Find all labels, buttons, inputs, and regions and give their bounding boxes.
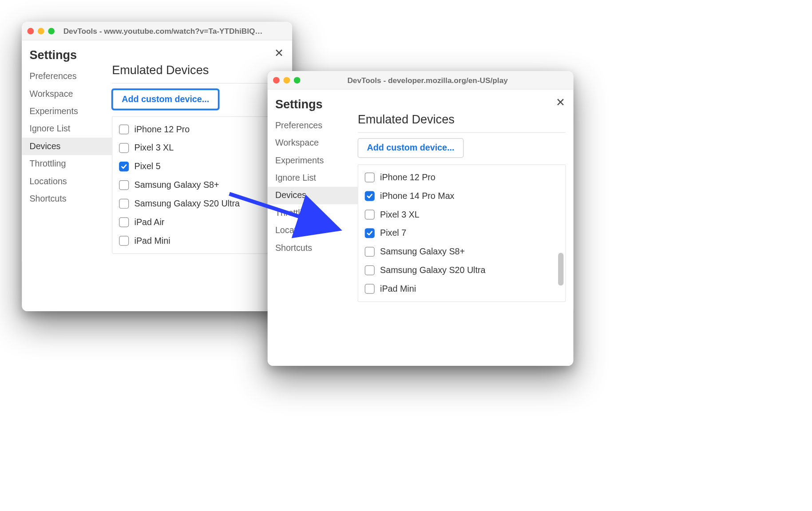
device-row[interactable]: iPhone 12 Pro bbox=[358, 168, 565, 187]
checkbox[interactable] bbox=[365, 173, 375, 182]
add-custom-device-button[interactable]: Add custom device... bbox=[112, 89, 219, 110]
device-label: iPhone 12 Pro bbox=[380, 173, 436, 182]
sidebar-item-locations[interactable]: Locations bbox=[268, 222, 358, 239]
checkbox[interactable] bbox=[119, 162, 129, 171]
device-row[interactable]: iPhone 14 Pro Max bbox=[358, 187, 565, 206]
scrollbar[interactable] bbox=[558, 168, 563, 298]
device-row[interactable]: Pixel 7 bbox=[358, 224, 565, 242]
sidebar-item-shortcuts[interactable]: Shortcuts bbox=[268, 239, 358, 257]
titlebar: DevTools - developer.mozilla.org/en-US/p… bbox=[268, 71, 574, 90]
close-window-button[interactable] bbox=[28, 28, 34, 34]
sidebar-item-throttling[interactable]: Throttling bbox=[268, 204, 358, 222]
device-label: iPhone 12 Pro bbox=[135, 124, 190, 134]
sidebar-item-workspace[interactable]: Workspace bbox=[22, 85, 112, 103]
traffic-lights bbox=[273, 77, 301, 83]
device-label: Samsung Galaxy S8+ bbox=[380, 247, 465, 257]
settings-heading: Settings bbox=[22, 48, 112, 67]
device-label: Pixel 5 bbox=[135, 162, 161, 171]
settings-sidebar: Settings PreferencesWorkspaceExperiments… bbox=[268, 90, 358, 310]
device-label: iPad Mini bbox=[135, 236, 170, 246]
close-icon[interactable]: ✕ bbox=[555, 97, 566, 108]
sidebar-item-preferences[interactable]: Preferences bbox=[22, 68, 112, 85]
maximize-window-button[interactable] bbox=[48, 28, 55, 34]
nav-list-b: PreferencesWorkspaceExperimentsIgnore Li… bbox=[268, 117, 358, 257]
checkbox[interactable] bbox=[365, 265, 375, 275]
device-row[interactable]: Pixel 3 XL bbox=[358, 205, 565, 224]
device-label: Samsung Galaxy S20 Ultra bbox=[380, 265, 485, 275]
device-row[interactable]: iPhone 12 Pro bbox=[112, 120, 284, 139]
nav-list-a: PreferencesWorkspaceExperimentsIgnore Li… bbox=[22, 68, 112, 208]
sidebar-item-experiments[interactable]: Experiments bbox=[268, 152, 358, 169]
scrollbar-thumb[interactable] bbox=[558, 253, 563, 285]
checkbox[interactable] bbox=[365, 210, 375, 219]
sidebar-item-locations[interactable]: Locations bbox=[22, 173, 112, 190]
titlebar: DevTools - www.youtube.com/watch?v=Ta-YT… bbox=[22, 22, 292, 40]
minimize-window-button[interactable] bbox=[283, 77, 290, 83]
sidebar-item-preferences[interactable]: Preferences bbox=[268, 117, 358, 134]
device-row[interactable]: Samsung Galaxy S20 Ultra bbox=[112, 194, 284, 213]
checkbox[interactable] bbox=[119, 180, 129, 190]
device-label: Pixel 3 XL bbox=[380, 210, 420, 219]
device-row[interactable]: iPad Air bbox=[112, 213, 284, 232]
device-row[interactable]: Samsung Galaxy S20 Ultra bbox=[358, 261, 565, 280]
checkbox[interactable] bbox=[365, 247, 375, 257]
close-window-button[interactable] bbox=[273, 77, 280, 83]
sidebar-item-shortcuts[interactable]: Shortcuts bbox=[22, 190, 112, 207]
device-label: iPad Air bbox=[135, 218, 165, 227]
device-row[interactable]: Samsung Galaxy S8+ bbox=[358, 242, 565, 261]
checkbox[interactable] bbox=[119, 236, 129, 246]
emulated-devices-heading: Emulated Devices bbox=[112, 63, 285, 84]
device-list-b: iPhone 12 ProiPhone 14 Pro MaxPixel 3 XL… bbox=[358, 164, 566, 302]
device-label: Pixel 3 XL bbox=[135, 143, 174, 153]
close-icon[interactable]: ✕ bbox=[273, 48, 285, 59]
checkbox[interactable] bbox=[119, 124, 129, 134]
devtools-window-a: DevTools - www.youtube.com/watch?v=Ta-YT… bbox=[22, 22, 292, 311]
device-row[interactable]: iPad Mini bbox=[112, 232, 284, 250]
devtools-window-b: DevTools - developer.mozilla.org/en-US/p… bbox=[268, 71, 574, 366]
device-row[interactable]: Pixel 5 bbox=[112, 157, 284, 176]
device-row[interactable]: Samsung Galaxy S8+ bbox=[112, 176, 284, 194]
device-row[interactable]: iPad Mini bbox=[358, 280, 565, 298]
window-title: DevTools - developer.mozilla.org/en-US/p… bbox=[309, 75, 546, 84]
sidebar-item-ignore-list[interactable]: Ignore List bbox=[268, 169, 358, 186]
device-list-a: iPhone 12 ProPixel 3 XLPixel 5Samsung Ga… bbox=[112, 116, 285, 254]
add-custom-device-button[interactable]: Add custom device... bbox=[358, 138, 464, 158]
sidebar-item-devices[interactable]: Devices bbox=[268, 187, 358, 204]
window-title: DevTools - www.youtube.com/watch?v=Ta-YT… bbox=[63, 27, 265, 36]
device-label: Pixel 7 bbox=[380, 228, 406, 238]
device-label: iPad Mini bbox=[380, 284, 416, 294]
device-label: Samsung Galaxy S8+ bbox=[135, 180, 219, 190]
settings-sidebar: Settings PreferencesWorkspaceExperiments… bbox=[22, 40, 112, 261]
sidebar-item-experiments[interactable]: Experiments bbox=[22, 103, 112, 120]
sidebar-item-throttling[interactable]: Throttling bbox=[22, 155, 112, 172]
checkbox[interactable] bbox=[119, 199, 129, 209]
device-label: iPhone 14 Pro Max bbox=[380, 191, 454, 201]
checkbox[interactable] bbox=[119, 218, 129, 227]
sidebar-item-ignore-list[interactable]: Ignore List bbox=[22, 120, 112, 138]
checkbox[interactable] bbox=[365, 284, 375, 294]
maximize-window-button[interactable] bbox=[294, 77, 301, 83]
sidebar-item-workspace[interactable]: Workspace bbox=[268, 135, 358, 152]
emulated-devices-heading: Emulated Devices bbox=[358, 112, 566, 133]
device-row[interactable]: Pixel 3 XL bbox=[112, 139, 284, 157]
minimize-window-button[interactable] bbox=[38, 28, 44, 34]
device-label: Samsung Galaxy S20 Ultra bbox=[135, 199, 240, 209]
sidebar-item-devices[interactable]: Devices bbox=[22, 138, 112, 155]
checkbox[interactable] bbox=[119, 143, 129, 153]
checkbox[interactable] bbox=[365, 228, 375, 238]
checkbox[interactable] bbox=[365, 191, 375, 201]
settings-heading: Settings bbox=[268, 97, 358, 117]
traffic-lights bbox=[28, 28, 55, 34]
